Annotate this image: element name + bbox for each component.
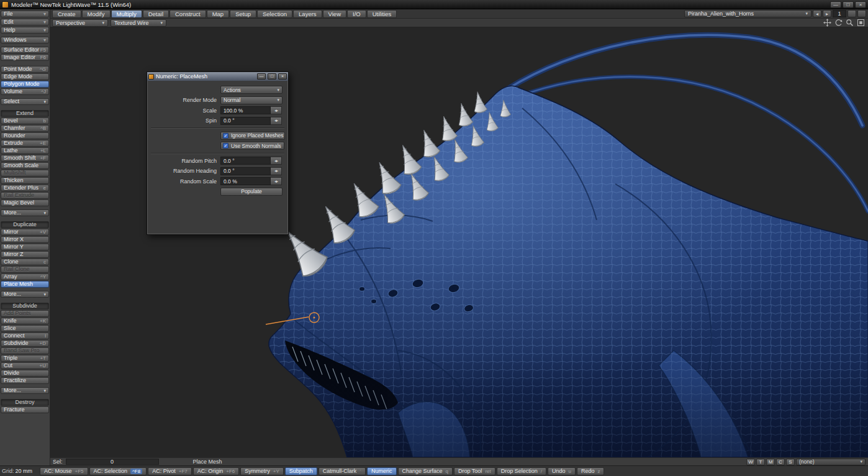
bottom-bar-button[interactable]: Subpatch (285, 467, 317, 475)
bottom-bar-button[interactable]: AC: Origin +F6 (193, 467, 240, 475)
layer-bank-button-2[interactable] (857, 10, 866, 17)
scale-input[interactable]: 100.0 % (220, 106, 271, 114)
viewport-toggle-button[interactable]: T (756, 459, 765, 465)
menu-tab[interactable]: Utilities (367, 10, 397, 18)
sidebar-item[interactable]: Edge Mode (1, 73, 49, 80)
sidebar-item[interactable]: Divide (1, 370, 49, 377)
bottom-bar-button[interactable]: Drop Selection / (497, 467, 546, 475)
layer-field[interactable]: 1 (833, 10, 846, 17)
minimize-button[interactable]: — (830, 1, 841, 8)
sidebar-item[interactable]: Band Saw Pro (1, 347, 49, 354)
sidebar-item[interactable]: Subdivide +D (1, 340, 49, 347)
random-heading-input[interactable]: 0.0 ° (220, 167, 271, 175)
object-selector[interactable]: Piranha_Alien_with_Horns▾ (684, 10, 811, 17)
menu-edit[interactable]: Edit▾ (1, 19, 49, 25)
maximize-button[interactable]: □ (843, 1, 854, 8)
shading-mode-dropdown[interactable]: Textured Wire▾ (111, 19, 166, 27)
sidebar-item[interactable]: Knife +K (1, 318, 49, 324)
sidebar-item[interactable]: Add Points (1, 310, 49, 317)
bottom-bar-button[interactable]: Redo z (577, 467, 605, 475)
bottom-bar-button[interactable]: AC: Mouse +F5 (40, 467, 88, 475)
surface-dropdown[interactable]: (none)▾ (796, 459, 866, 465)
sidebar-item[interactable]: Slice (1, 325, 49, 332)
sidebar-item[interactable]: Smooth Shift +F (1, 155, 49, 162)
zoom-icon[interactable] (845, 19, 854, 27)
sidebar-item[interactable]: Thicken (1, 177, 49, 184)
random-scale-stepper[interactable]: ◂▸ (271, 177, 282, 185)
menu-tab[interactable]: I/O (347, 10, 366, 18)
random-heading-stepper[interactable]: ◂▸ (271, 167, 282, 175)
bottom-bar-button[interactable]: Undo u (548, 467, 576, 475)
sidebar-item[interactable]: More... ▾ (1, 291, 49, 298)
sidebar-item[interactable]: Mirror X (1, 236, 49, 243)
dialog-minimize-button[interactable]: — (257, 73, 266, 80)
actions-dropdown[interactable]: Actions▾ (220, 86, 283, 94)
sidebar-item[interactable]: Mirror +V (1, 229, 49, 236)
sidebar-item[interactable]: More... ▾ (1, 209, 49, 216)
sidebar-item[interactable]: Rounder (1, 132, 49, 139)
bottom-bar-button[interactable]: AC: Selection ^F8 (89, 467, 147, 475)
bottom-bar-button[interactable]: Drop Tool ret (454, 467, 495, 475)
sidebar-item[interactable]: Polygon Mode (1, 81, 49, 88)
bottom-bar-button[interactable]: Numeric (367, 467, 397, 475)
menu-tab[interactable]: Multiply (111, 10, 142, 18)
sidebar-item[interactable]: Extrude +E (1, 140, 49, 147)
random-pitch-stepper[interactable]: ◂▸ (271, 157, 282, 165)
viewport-toggle-button[interactable]: S (786, 459, 795, 465)
menu-tab[interactable]: Modify (82, 10, 111, 18)
menu-tab[interactable]: Detail (143, 10, 169, 18)
menu-help[interactable]: Help▾ (1, 27, 49, 34)
sidebar-item[interactable]: Rail Extrude (1, 192, 49, 199)
sidebar-item[interactable]: Mirror Z (1, 251, 49, 258)
sidebar-item[interactable]: Image Editor F6 (1, 54, 49, 61)
sidebar-item[interactable]: Smooth Scale (1, 162, 49, 169)
spin-stepper[interactable]: ◂▸ (271, 117, 282, 125)
random-scale-input[interactable]: 0.0 % (220, 177, 271, 185)
render-mode-dropdown[interactable]: Normal▾ (220, 96, 283, 104)
viewport-toggle-button[interactable]: M (766, 459, 775, 465)
viewport-toggle-button[interactable]: W (746, 459, 755, 465)
sidebar-item[interactable]: Chamfer ^B (1, 125, 49, 132)
sidebar-item[interactable]: Place Mesh (1, 281, 49, 288)
ignore-placed-meshes-checkbox[interactable]: ✓ Ignore Placed Meshes (220, 132, 285, 140)
menu-windows[interactable]: Windows▾ (1, 37, 49, 43)
populate-button[interactable]: Populate (220, 188, 283, 196)
bottom-bar-button[interactable]: Change Surface q (398, 467, 453, 475)
sidebar-item[interactable]: Lathe +L (1, 147, 49, 154)
sidebar-item[interactable]: Cut +U (1, 362, 49, 369)
sidebar-item[interactable]: Clone c (1, 259, 49, 265)
sidebar-item[interactable]: Select ▾ (1, 98, 49, 105)
sidebar-item[interactable]: Mirror Y (1, 244, 49, 250)
bottom-bar-button[interactable]: Symmetry +Y (240, 467, 284, 475)
bottom-bar-button[interactable]: Catmull-Clark ` (319, 467, 366, 475)
close-button[interactable]: × (855, 1, 866, 8)
layer-bank-button-1[interactable] (848, 10, 856, 17)
bottom-bar-button[interactable]: AC: Pivot +F7 (148, 467, 192, 475)
sidebar-item[interactable]: Connect l (1, 332, 49, 339)
scale-stepper[interactable]: ◂▸ (271, 106, 282, 114)
random-pitch-input[interactable]: 0.0 ° (220, 157, 271, 165)
menu-tab[interactable]: Setup (230, 10, 256, 18)
sidebar-item[interactable]: Array ^Y (1, 273, 49, 280)
sidebar-item[interactable]: Multishift (1, 170, 49, 176)
sidebar-item[interactable]: Surface Editor F5 (1, 47, 49, 53)
viewport-toggle-button[interactable]: C (776, 459, 785, 465)
menu-file[interactable]: File▾ (1, 11, 49, 17)
sidebar-item[interactable]: Bevel b (1, 117, 49, 124)
prev-object-button[interactable]: ◂ (813, 10, 821, 17)
dialog-maximize-button[interactable]: □ (268, 73, 276, 80)
sidebar-item[interactable]: Point Mode ^G (1, 66, 49, 73)
sidebar-item[interactable]: Rail Clone (1, 266, 49, 273)
sidebar-item[interactable]: Fracture (1, 406, 49, 413)
view-mode-dropdown[interactable]: Perspective▾ (52, 19, 108, 27)
dialog-close-button[interactable]: × (278, 73, 287, 80)
sidebar-item[interactable]: More... ▾ (1, 387, 49, 394)
next-object-button[interactable]: ▸ (823, 10, 831, 17)
sidebar-item[interactable]: Volume ^J (1, 88, 49, 95)
sidebar-item[interactable]: Magic Bevel (1, 199, 49, 206)
rotate-icon[interactable] (834, 19, 843, 27)
sidebar-item[interactable]: Extender Plus e (1, 185, 49, 191)
menu-tab[interactable]: Create (52, 10, 81, 18)
dialog-titlebar[interactable]: Numeric: PlaceMesh — □ × (147, 72, 288, 81)
menu-tab[interactable]: Selection (257, 10, 292, 18)
